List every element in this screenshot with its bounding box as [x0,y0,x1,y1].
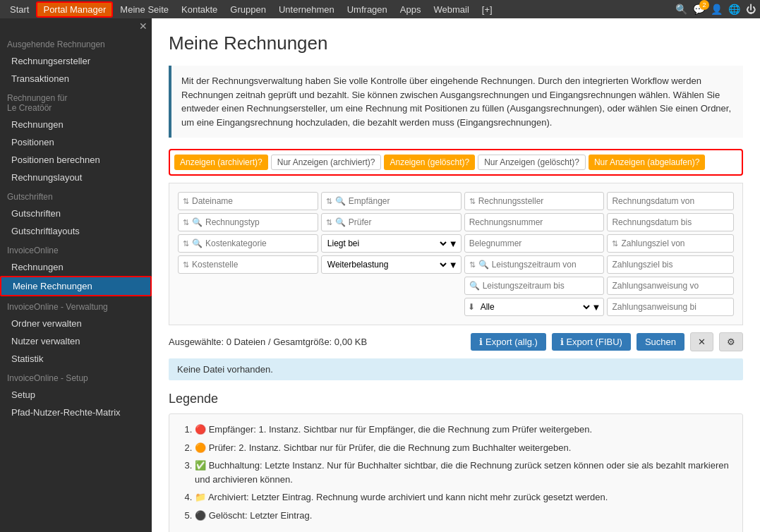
filter-btn-nur-anzeigen-abgelaufen[interactable]: Nur Anzeigen (abgelaufen)? [589,155,705,170]
select-alle[interactable]: Alle [478,301,592,313]
nav-plus[interactable]: [+] [476,3,498,16]
legend-item-1-text: Empfänger: 1. Instanz. Sichtbar nur für … [209,424,592,435]
list-item: ⚫ Gelöscht: Letzter Eintrag. [195,509,731,523]
input-zahlungsanweisung-von[interactable] [612,281,729,291]
sidebar-item-nutzer-verwalten[interactable]: Nutzer verwalten [0,332,152,350]
input-leistungszeitraum-von[interactable] [492,260,600,270]
legend-item-3-text: Buchhaltung: Letzte Instanz. Nur für Buc… [195,460,729,485]
main-layout: ✕ Ausgehende Rechnungen Rechnungserstell… [0,18,760,532]
chevron-down-icon3: ▼ [592,302,601,313]
no-data-message: Keine Datei vorhanden. [169,358,743,380]
sort-dateiname-icon[interactable]: ⇅ [183,197,189,206]
sort-kostenkategorie-icon[interactable]: ⇅ [183,239,189,248]
sidebar-item-rechnungen[interactable]: Rechnungen [0,116,152,133]
nav-webmail[interactable]: Webmail [428,3,474,16]
user-icon[interactable]: 👤 [711,4,723,15]
sidebar-item-pfad-matrix[interactable]: Pfad-Nutzer-Rechte-Matrix [0,404,152,421]
search-empfaenger: ⇅ 🔍 [321,192,462,210]
input-leistungszeitraum-bis[interactable] [483,281,600,291]
chevron-down-icon: ▼ [449,238,458,249]
nav-gruppen[interactable]: Gruppen [224,3,272,16]
legend-item-4-text: Archiviert: Letzter Eintrag. Rechnung wu… [208,492,608,502]
messages-icon-wrap[interactable]: 💬 2 [693,4,705,15]
top-navigation: Start Portal Manager Meine Seite Kontakt… [0,0,760,18]
list-item: 📁 Archiviert: Letzter Eintrag. Rechnung … [195,490,731,504]
power-icon[interactable]: ⏻ [746,4,756,15]
nav-umfragen[interactable]: Umfragen [342,3,393,16]
sidebar-item-positionen-berechnen[interactable]: Positionen berechnen [0,151,152,169]
sidebar: ✕ Ausgehende Rechnungen Rechnungserstell… [0,18,152,532]
sidebar-item-io-rechnungen[interactable]: Rechnungen [0,258,152,276]
sort-lz-von-icon[interactable]: ⇅ [469,260,476,270]
input-rechnungssteller[interactable] [478,196,600,206]
sidebar-item-gutschriften[interactable]: Gutschriften [0,205,152,222]
nav-meine-seite[interactable]: Meine Seite [114,3,174,16]
input-dateiname[interactable] [192,196,313,206]
sidebar-item-setup[interactable]: Setup [0,386,152,404]
sidebar-item-transaktionen[interactable]: Transaktionen [0,70,152,87]
input-rechnungstyp[interactable] [205,217,313,227]
sidebar-item-meine-rechnungen[interactable]: Meine Rechnungen [0,276,152,296]
filter-btn-anzeigen-geloescht[interactable]: Anzeigen (gelöscht)? [384,155,475,170]
list-item: 🔴 Empfänger: 1. Instanz. Sichtbar nur fü… [195,423,731,437]
buchhaltung-icon: ✅ [195,460,206,471]
search-icon[interactable]: 🔍 [675,4,687,15]
sidebar-item-gutschriftlayouts[interactable]: Gutschriftlayouts [0,222,152,240]
input-zahlungsziel-bis[interactable] [612,260,729,270]
input-kostenkategorie[interactable] [205,238,313,248]
list-item: ✅ Buchhaltung: Letzte Instanz. Nur für B… [195,459,731,486]
nav-portal-manager[interactable]: Portal Manager [36,1,113,18]
sidebar-section-io-verwaltung: InvoiceOnline - Verwaltung [0,296,152,315]
legend-title: Legende [169,392,743,406]
close-icon[interactable]: ✕ [139,20,147,32]
legend-item-2-text: Prüfer: 2. Instanz. Sichtbar nur für Prü… [209,442,572,453]
input-kostenstelle[interactable] [192,260,313,270]
search-dateiname: ⇅ [178,192,318,210]
sort-rechnungstyp-icon[interactable]: ⇅ [183,218,189,227]
sort-kostenstelle-icon[interactable]: ⇅ [183,260,189,270]
actions-row: Ausgewählte: 0 Dateien / Gesamtgröße: 0,… [169,332,743,351]
nav-unternehmen[interactable]: Unternehmen [273,3,340,16]
search-rechnungstyp: ⇅ 🔍 [178,213,318,231]
sort-rechnungssteller-icon[interactable]: ⇅ [469,197,476,206]
input-rechnungsnummer[interactable] [469,217,600,227]
select-weiterbelastung[interactable]: Weiterbelastung [325,259,449,270]
input-belegnummer[interactable] [469,238,600,248]
export-allg-button[interactable]: ℹ Export (allg.) [471,333,545,351]
search-button[interactable]: Suchen [637,333,684,351]
select-liegt-bei-wrap: Liegt bei ▼ [321,234,462,253]
sort-empfaenger-icon[interactable]: ⇅ [326,197,332,206]
filter-btn-anzeigen-archiviert[interactable]: Anzeigen (archiviert)? [174,155,268,170]
nav-kontakte[interactable]: Kontakte [176,3,223,16]
filter-btn-nur-anzeigen-archiviert[interactable]: Nur Anzeigen (archiviert)? [271,155,382,170]
settings-button[interactable]: ⚙ [719,332,743,351]
export-fibu-button[interactable]: ℹ Export (FIBU) [552,333,631,351]
input-rechnungsdatum-von[interactable] [612,196,729,206]
search-rechnungsdatum-bis [607,213,734,231]
content-area: Meine Rechnungen Mit der Rechnungsverwal… [152,18,760,532]
search-kostenkategorie: ⇅ 🔍 [178,234,318,253]
sort-zahlungsziel-von-icon[interactable]: ⇅ [612,239,618,248]
sidebar-item-rechnungslayout[interactable]: Rechnungslayout [0,169,152,186]
page-title: Meine Rechnungen [169,32,743,54]
nav-start[interactable]: Start [4,3,35,16]
sidebar-item-rechnungsersteller[interactable]: Rechnungsersteller [0,52,152,70]
sidebar-item-positionen[interactable]: Positionen [0,133,152,151]
input-zahlungsziel-von[interactable] [621,238,729,248]
clear-button[interactable]: ✕ [690,332,713,351]
sidebar-item-statistik[interactable]: Statistik [0,350,152,368]
legend-item-5-text: Gelöscht: Letzter Eintrag. [209,510,313,521]
sidebar-item-ordner-verwalten[interactable]: Ordner verwalten [0,315,152,332]
sort-pruefer-icon[interactable]: ⇅ [326,218,332,227]
search-rechnungssteller: ⇅ [464,192,605,210]
input-empfaenger[interactable] [349,196,457,206]
globe-icon[interactable]: 🌐 [728,4,740,15]
input-pruefer[interactable] [349,217,457,227]
input-zahlungsanweisung-bis[interactable] [612,302,729,312]
filter-btn-nur-anzeigen-geloescht[interactable]: Nur Anzeigen (gelöscht)? [478,155,586,170]
sidebar-section-io-setup: InvoiceOnline - Setup [0,368,152,386]
select-liegt-bei[interactable]: Liegt bei [325,238,449,249]
nav-apps[interactable]: Apps [394,3,427,16]
input-rechnungsdatum-bis[interactable] [612,217,729,227]
sidebar-section-gutschriften: Gutschriften [0,186,152,205]
